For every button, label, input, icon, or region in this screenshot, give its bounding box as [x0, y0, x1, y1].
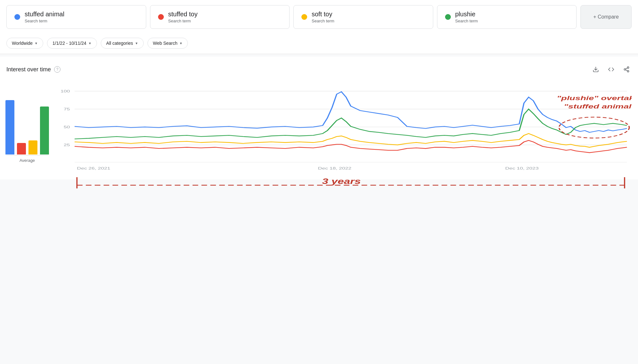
term-type-stuffed-toy: Search term: [168, 19, 198, 23]
share-button[interactable]: [621, 64, 632, 75]
main-content: Interest over time ?: [0, 57, 638, 179]
term-dot-stuffed-toy: [158, 14, 164, 20]
svg-text:3 years: 3 years: [322, 177, 361, 185]
section-header: Interest over time ?: [6, 64, 632, 75]
category-chevron-icon: ▼: [135, 42, 138, 45]
line-soft-toy: [75, 134, 627, 147]
chart-container: Average 100 75 50 25: [6, 82, 632, 172]
term-name-stuffed-toy: stuffed toy: [168, 11, 198, 18]
category-filter-label: All categories: [106, 41, 133, 46]
section-actions: [591, 64, 632, 75]
term-info-soft-toy: soft toy Search term: [312, 11, 334, 23]
term-dot-plushie: [445, 14, 451, 20]
date-chevron-icon: ▼: [88, 42, 92, 45]
category-filter[interactable]: All categories ▼: [101, 38, 144, 49]
svg-line-5: [626, 68, 627, 69]
compare-label: + Compare: [593, 14, 619, 20]
help-icon[interactable]: ?: [54, 66, 60, 73]
term-card-soft-toy[interactable]: soft toy Search term: [293, 5, 433, 29]
location-filter-label: Worldwide: [12, 41, 33, 46]
location-chevron-icon: ▼: [35, 42, 38, 45]
svg-text:"plushie" overtakes: "plushie" overtakes: [557, 95, 632, 101]
svg-point-18: [559, 117, 629, 138]
section-title-area: Interest over time ?: [6, 66, 60, 73]
svg-text:100: 100: [60, 89, 70, 93]
term-dot-stuffed-animal: [14, 14, 20, 20]
compare-card[interactable]: + Compare: [580, 5, 632, 29]
svg-text:Dec 10, 2023: Dec 10, 2023: [505, 166, 538, 170]
bar-plushie: [40, 107, 49, 154]
term-card-plushie[interactable]: plushie Search term: [437, 5, 577, 29]
bar-stuffed-toy: [17, 143, 26, 154]
term-name-stuffed-animal: stuffed animal: [25, 11, 64, 18]
svg-text:50: 50: [64, 125, 70, 129]
avg-bar-chart: Average: [6, 82, 48, 172]
three-years-svg: 3 years: [51, 176, 632, 192]
section-title: Interest over time: [6, 66, 51, 73]
svg-line-4: [626, 70, 627, 71]
line-chart-svg: 100 75 50 25 Dec 26, 2021 Dec 18, 2022 D…: [51, 82, 632, 172]
search-type-filter-label: Web Search: [153, 41, 178, 46]
term-name-soft-toy: soft toy: [312, 11, 334, 18]
location-filter[interactable]: Worldwide ▼: [6, 38, 43, 49]
term-type-soft-toy: Search term: [312, 19, 334, 23]
term-dot-soft-toy: [301, 14, 307, 20]
filters-row: Worldwide ▼ 1/1/22 - 10/11/24 ▼ All cate…: [6, 34, 632, 54]
term-card-stuffed-toy[interactable]: stuffed toy Search term: [150, 5, 290, 29]
bar-soft-toy: [28, 140, 37, 154]
term-info-plushie: plushie Search term: [455, 11, 478, 23]
top-section: stuffed animal Search term stuffed toy S…: [0, 0, 638, 54]
search-type-filter[interactable]: Web Search ▼: [148, 38, 188, 49]
bar-stuffed-animal: [5, 100, 14, 154]
term-info-stuffed-animal: stuffed animal Search term: [25, 11, 64, 23]
svg-text:Dec 26, 2021: Dec 26, 2021: [77, 166, 110, 170]
line-chart-area: 100 75 50 25 Dec 26, 2021 Dec 18, 2022 D…: [51, 82, 632, 172]
search-terms-row: stuffed animal Search term stuffed toy S…: [6, 5, 632, 29]
term-type-stuffed-animal: Search term: [25, 19, 64, 23]
svg-text:Dec 18, 2022: Dec 18, 2022: [318, 166, 351, 170]
term-name-plushie: plushie: [455, 11, 478, 18]
svg-text:25: 25: [64, 143, 70, 147]
term-info-stuffed-toy: stuffed toy Search term: [168, 11, 198, 23]
date-filter[interactable]: 1/1/22 - 10/11/24 ▼: [47, 38, 97, 49]
line-stuffed-toy: [75, 140, 627, 153]
bars-container: [5, 91, 49, 154]
term-type-plushie: Search term: [455, 19, 478, 23]
date-filter-label: 1/1/22 - 10/11/24: [52, 41, 86, 46]
avg-label: Average: [20, 158, 35, 163]
search-type-chevron-icon: ▼: [179, 42, 183, 45]
three-years-annotation: 3 years: [51, 176, 632, 192]
line-plushie: [75, 109, 627, 139]
term-card-stuffed-animal[interactable]: stuffed animal Search term: [6, 5, 146, 29]
svg-text:75: 75: [64, 107, 70, 111]
download-button[interactable]: [591, 64, 601, 75]
svg-text:"stuffed animal": "stuffed animal": [564, 103, 632, 110]
embed-button[interactable]: [606, 64, 616, 75]
